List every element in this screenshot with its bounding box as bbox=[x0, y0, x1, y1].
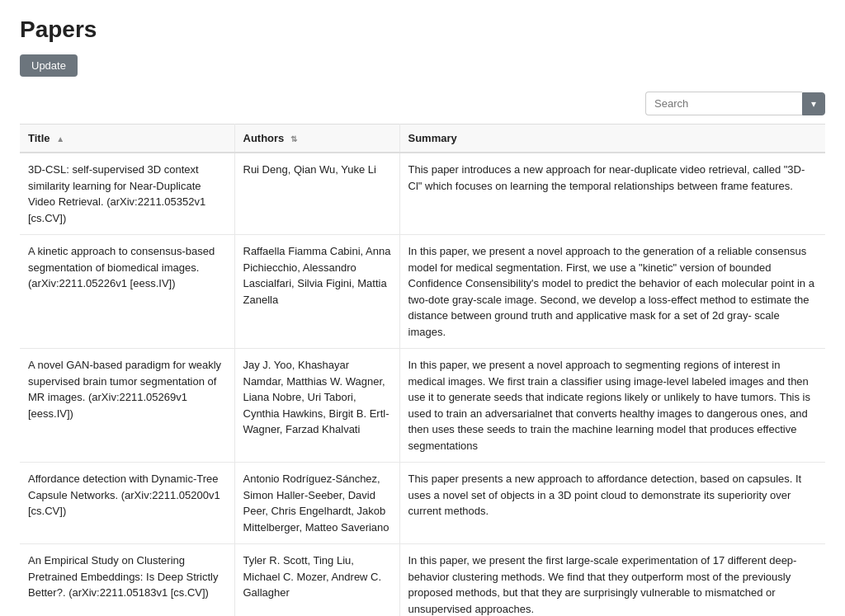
papers-table: Title ▲ Authors ⇅ Summary 3D-CSL: self-s… bbox=[20, 124, 825, 616]
update-button[interactable]: Update bbox=[20, 54, 78, 77]
col-header-summary: Summary bbox=[399, 125, 825, 153]
cell-title: A kinetic approach to consensus-based se… bbox=[20, 235, 234, 349]
table-row: A novel GAN-based paradigm for weakly su… bbox=[20, 349, 825, 463]
cell-summary: In this paper, we present the first larg… bbox=[399, 544, 825, 617]
col-header-authors[interactable]: Authors ⇅ bbox=[234, 125, 399, 153]
table-row: 3D-CSL: self-supervised 3D context simil… bbox=[20, 153, 825, 235]
table-row: An Empirical Study on Clustering Pretrai… bbox=[20, 544, 825, 617]
table-row: Affordance detection with Dynamic-Tree C… bbox=[20, 463, 825, 544]
cell-authors: Raffaella Fiamma Cabini, Anna Pichiecchi… bbox=[234, 235, 399, 349]
cell-authors: Antonio Rodríguez-Sánchez, Simon Haller-… bbox=[234, 463, 399, 544]
cell-summary: In this paper, we present a novel approa… bbox=[399, 349, 825, 463]
page-title: Papers bbox=[20, 16, 825, 43]
toolbar: ▾ bbox=[20, 92, 825, 115]
cell-authors: Rui Deng, Qian Wu, Yuke Li bbox=[234, 153, 399, 235]
col-header-title[interactable]: Title ▲ bbox=[20, 125, 234, 153]
sort-asc-icon: ▲ bbox=[56, 134, 64, 143]
chevron-down-icon: ▾ bbox=[811, 98, 816, 110]
cell-title: Affordance detection with Dynamic-Tree C… bbox=[20, 463, 234, 544]
table-header-row: Title ▲ Authors ⇅ Summary bbox=[20, 125, 825, 153]
search-input[interactable] bbox=[645, 92, 802, 115]
cell-summary: In this paper, we present a novel approa… bbox=[399, 235, 825, 349]
cell-title: 3D-CSL: self-supervised 3D context simil… bbox=[20, 153, 234, 235]
cell-summary: This paper introduces a new approach for… bbox=[399, 153, 825, 235]
cell-authors: Tyler R. Scott, Ting Liu, Michael C. Moz… bbox=[234, 544, 399, 617]
table-row: A kinetic approach to consensus-based se… bbox=[20, 235, 825, 349]
cell-authors: Jay J. Yoo, Khashayar Namdar, Matthias W… bbox=[234, 349, 399, 463]
search-dropdown-button[interactable]: ▾ bbox=[802, 92, 825, 115]
cell-title: An Empirical Study on Clustering Pretrai… bbox=[20, 544, 234, 617]
cell-summary: This paper presents a new approach to af… bbox=[399, 463, 825, 544]
cell-title: A novel GAN-based paradigm for weakly su… bbox=[20, 349, 234, 463]
sort-both-icon: ⇅ bbox=[290, 134, 297, 143]
